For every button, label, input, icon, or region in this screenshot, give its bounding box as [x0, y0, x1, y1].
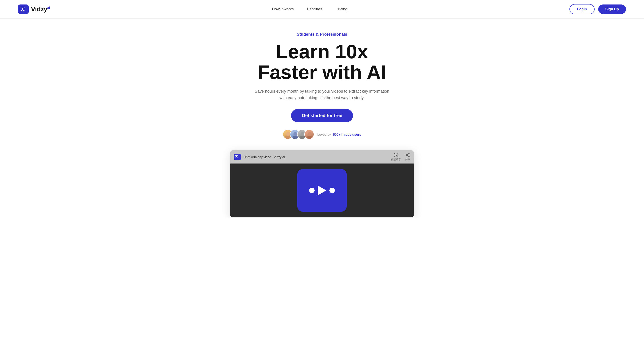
- video-content[interactable]: [230, 164, 414, 217]
- social-proof-text: Loved by 500+ happy users: [317, 133, 361, 136]
- video-title: Chat with any video - Vidzy ai: [244, 155, 285, 159]
- svg-point-10: [308, 132, 312, 136]
- dot-left: [309, 188, 314, 193]
- video-preview: Chat with any video - Vidzy ai 稍后观看: [230, 150, 414, 217]
- play-icon-area: [309, 185, 335, 195]
- share-action[interactable]: 分享: [405, 153, 410, 161]
- svg-marker-3: [22, 8, 24, 10]
- hero-headline: Learn 10x Faster with AI: [258, 41, 386, 83]
- nav-item-how-it-works[interactable]: How it works: [272, 7, 294, 11]
- avatar-stack: [283, 129, 314, 139]
- play-logo: [297, 169, 347, 212]
- svg-point-11: [307, 136, 312, 139]
- user-count: 500+ happy users: [333, 133, 361, 136]
- logo[interactable]: Vidzyai: [18, 4, 50, 14]
- share-icon: [405, 153, 410, 158]
- nav-actions: Login Sign Up: [570, 4, 626, 14]
- signup-button[interactable]: Sign Up: [598, 4, 626, 14]
- nav-item-pricing[interactable]: Pricing: [336, 7, 347, 11]
- svg-point-4: [286, 132, 290, 136]
- hero-section: Students & Professionals Learn 10x Faste…: [0, 19, 644, 217]
- brand-name: Vidzyai: [31, 5, 50, 13]
- svg-marker-15: [236, 156, 238, 158]
- svg-point-13: [236, 158, 236, 158]
- video-toolbar: Chat with any video - Vidzy ai 稍后观看: [230, 150, 414, 164]
- watch-later-action[interactable]: 稍后观看: [391, 153, 401, 161]
- svg-point-8: [301, 132, 304, 136]
- nav-links: How it works Features Pricing: [272, 7, 347, 11]
- svg-point-5: [286, 136, 291, 139]
- svg-point-18: [406, 155, 407, 156]
- logo-icon: [18, 4, 29, 14]
- clock-icon: [394, 153, 398, 158]
- hero-tagline: Students & Professionals: [297, 32, 347, 37]
- svg-point-9: [300, 136, 305, 139]
- svg-point-2: [23, 10, 24, 11]
- video-actions: 稍后观看 分享: [391, 153, 410, 161]
- play-triangle: [318, 185, 326, 195]
- cta-button[interactable]: Get started for free: [291, 109, 353, 122]
- svg-point-14: [237, 158, 238, 158]
- dot-right: [330, 188, 335, 193]
- navbar: Vidzyai How it works Features Pricing Lo…: [0, 0, 644, 19]
- nav-item-features[interactable]: Features: [307, 7, 322, 11]
- hero-subtext: Save hours every month by talking to you…: [252, 88, 392, 101]
- social-proof: Loved by 500+ happy users: [283, 129, 361, 139]
- svg-point-7: [292, 136, 298, 139]
- login-button[interactable]: Login: [570, 4, 594, 14]
- svg-point-1: [21, 10, 22, 11]
- svg-point-6: [294, 132, 297, 136]
- avatar-4: [304, 129, 314, 139]
- video-logo-icon: [234, 154, 241, 160]
